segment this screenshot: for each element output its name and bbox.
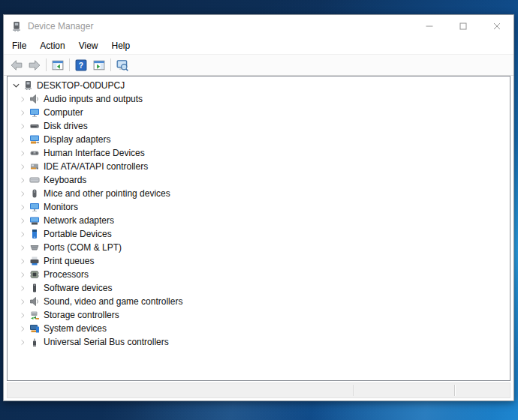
chevron-right-icon[interactable] [18,135,27,144]
scan-for-hardware-changes-button[interactable] [113,57,131,74]
gamepad-icon [29,148,40,159]
tree-item-monitors[interactable]: Monitors [8,200,510,214]
menubar: FileActionViewHelp [4,38,513,54]
chevron-right-icon[interactable] [18,230,27,238]
show-hide-action-pane-button[interactable] [90,57,108,74]
tree-item-storage-controllers[interactable]: Storage controllers [8,308,510,322]
chevron-right-icon[interactable] [18,202,27,212]
back-button[interactable] [8,57,26,74]
tree-item-processors[interactable]: Processors [8,268,510,281]
console-tree-icon [52,59,64,71]
window-controls [412,15,513,38]
monitor-icon [29,202,40,213]
tree-item-label: Network adapters [44,215,114,226]
forward-arrow-icon [29,59,41,71]
statusbar-divider [454,385,456,396]
serial-port-icon [29,242,40,254]
mouse-icon [29,188,40,200]
chevron-right-icon[interactable] [18,310,27,320]
tree-item-label: Computer [44,107,83,118]
tree-item-ports-com-lpt[interactable]: Ports (COM & LPT) [8,241,510,254]
titlebar[interactable]: Device Manager [4,15,513,38]
menu-view[interactable]: View [72,38,105,53]
tree-item-label: Software devices [44,283,112,293]
close-button[interactable] [480,15,513,38]
device-manager-window: Device Manager FileActionViewHelp ? DESK… [3,14,514,401]
chevron-right-icon[interactable] [18,148,27,158]
tree-item-label: System devices [44,323,107,334]
chevron-right-icon[interactable] [18,176,27,184]
show-hide-console-tree-button[interactable] [49,57,67,74]
speaker-icon [29,94,40,105]
window-title: Device Manager [28,21,93,32]
forward-button[interactable] [26,57,44,74]
toolbar-separator [69,58,70,71]
chevron-right-icon[interactable] [18,270,27,279]
scan-hardware-icon [116,59,128,71]
chevron-right-icon[interactable] [18,189,27,198]
tree-item-ide-ata-atapi-controllers[interactable]: IDE ATA/ATAPI controllers [8,160,510,173]
help-icon: ? [75,59,87,71]
chevron-right-icon[interactable] [18,94,27,104]
tree-item-label: Disk drives [44,121,88,131]
tree-item-audio-inputs-and-outputs[interactable]: Audio inputs and outputs [8,92,510,106]
menu-file[interactable]: File [5,38,33,53]
tree-item-label: Ports (COM & LPT) [44,242,122,253]
keyboard-icon [29,175,40,186]
tree-item-label: Print queues [44,256,94,266]
chevron-right-icon[interactable] [18,338,27,346]
tree-item-sound-video-and-game-controllers[interactable]: Sound, video and game controllers [8,295,510,308]
chevron-right-icon[interactable] [18,108,27,117]
close-icon [493,22,501,30]
storage-controller-icon [29,310,40,321]
usb-plug-icon [29,337,40,348]
display-adapter-icon [29,134,40,146]
cpu-icon [29,269,40,280]
chevron-right-icon[interactable] [18,297,27,306]
tree-item-portable-devices[interactable]: Portable Devices [8,227,510,241]
tree-item-mice-and-other-pointing-devices[interactable]: Mice and other pointing devices [8,187,510,200]
tree-item-label: DESKTOP-O0DUPCJ [37,80,125,91]
tree-item-system-devices[interactable]: System devices [8,322,510,335]
tree-item-print-queues[interactable]: Print queues [8,254,510,268]
tree-item-label: Keyboards [44,175,86,185]
tree-item-label: Monitors [44,202,78,212]
back-arrow-icon [11,59,23,71]
toolbar-separator [46,58,47,71]
speaker-icon [29,296,40,308]
chevron-right-icon[interactable] [18,256,27,266]
tree-item-display-adapters[interactable]: Display adapters [8,133,510,146]
software-device-icon [29,283,40,294]
chevron-right-icon[interactable] [18,162,27,171]
chevron-down-icon[interactable] [11,81,20,90]
tree-item-network-adapters[interactable]: Network adapters [8,214,510,227]
tree-item-disk-drives[interactable]: Disk drives [8,119,510,133]
tree-item-label: Portable Devices [44,229,112,239]
minimize-button[interactable] [412,15,446,38]
svg-text:?: ? [79,61,83,69]
toolbar-separator [110,58,111,71]
computer-root-icon [22,80,33,92]
maximize-button[interactable] [446,15,480,38]
chevron-right-icon[interactable] [18,243,27,252]
tree-item-label: Mice and other pointing devices [44,188,170,199]
tree-item-desktop-o0dupcj[interactable]: DESKTOP-O0DUPCJ [8,79,510,92]
tree-item-keyboards[interactable]: Keyboards [8,173,510,187]
tree-item-computer[interactable]: Computer [8,106,510,119]
chevron-right-icon[interactable] [18,122,27,130]
chevron-right-icon[interactable] [18,216,27,225]
menu-help[interactable]: Help [105,38,137,53]
tree-item-human-interface-devices[interactable]: Human Interface Devices [8,146,510,160]
tree-item-software-devices[interactable]: Software devices [8,281,510,295]
chevron-right-icon[interactable] [18,284,27,292]
maximize-icon [459,22,467,30]
system-device-icon [29,323,40,334]
tree-item-universal-serial-bus-controllers[interactable]: Universal Serial Bus controllers [8,335,510,349]
toolbar: ? [4,54,513,76]
tree-item-label: Storage controllers [44,310,119,320]
action-pane-icon [93,59,105,71]
help-button[interactable]: ? [72,57,90,74]
tree-item-label: Universal Serial Bus controllers [44,337,169,347]
menu-action[interactable]: Action [33,38,71,53]
chevron-right-icon[interactable] [18,324,27,333]
